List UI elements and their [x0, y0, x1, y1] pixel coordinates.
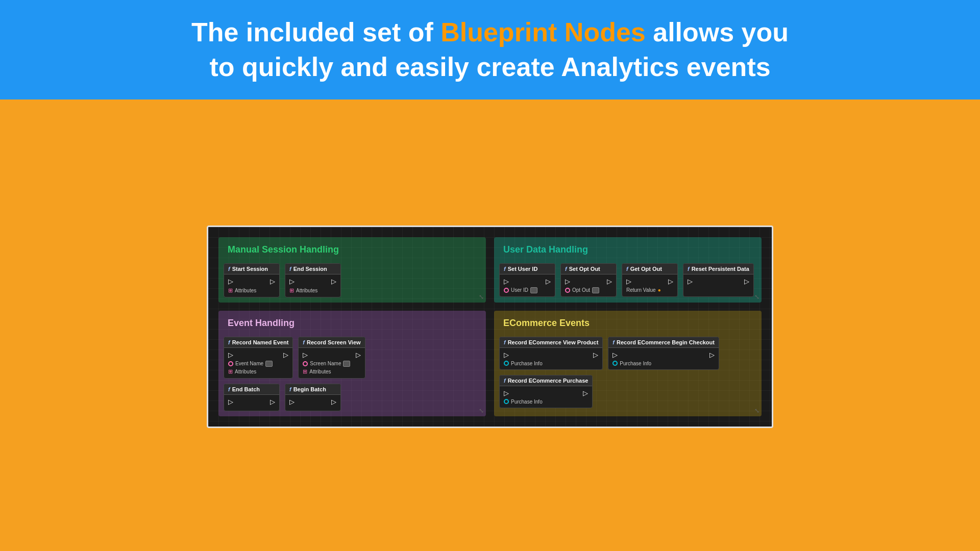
- exec-out-arrow: ▷: [270, 278, 275, 285]
- section-user-data: User Data Handling f Set User ID ▷ ▷: [494, 237, 762, 303]
- exec-pins: ▷ ▷: [504, 351, 598, 359]
- exec-out-arrow: ▷: [668, 278, 673, 285]
- canvas-wrapper: Manual Session Handling f Start Session …: [0, 99, 980, 551]
- user-id-box: [530, 287, 537, 293]
- purchase-info-field: Purchase Info: [504, 361, 598, 366]
- func-icon: f: [228, 386, 230, 392]
- exec-out-arrow: ▷: [709, 351, 715, 359]
- func-icon: f: [303, 339, 305, 345]
- opt-out-label: Opt Out: [572, 287, 590, 293]
- event-nodes-row2: f End Batch ▷ ▷ f Begin Batch: [224, 384, 481, 411]
- func-icon: f: [228, 266, 230, 272]
- ecommerce-nodes-row2: f Record ECommerce Purchase ▷ ▷ Purchase…: [499, 375, 756, 408]
- exec-out-arrow: ▷: [331, 278, 336, 285]
- func-icon: f: [289, 266, 291, 272]
- node-record-view-product-body: ▷ ▷ Purchase Info: [500, 348, 602, 369]
- node-begin-batch-header: f Begin Batch: [285, 384, 340, 395]
- user-nodes-row: f Set User ID ▷ ▷ User ID: [499, 263, 756, 297]
- section-ecommerce-title: ECommerce Events: [499, 316, 756, 331]
- node-record-screen-view-header: f Record Screen View: [299, 337, 364, 348]
- node-begin-batch: f Begin Batch ▷ ▷: [285, 384, 341, 411]
- func-icon: f: [626, 266, 628, 272]
- pin-circle-cyan: [612, 361, 618, 366]
- user-id-field: User ID: [504, 287, 551, 293]
- screen-name-label: Screen Name: [310, 361, 341, 366]
- resize-handle: ⤡: [479, 407, 484, 414]
- purchase-info-field: Purchase Info: [504, 399, 588, 405]
- purchase-info-label: Purchase Info: [511, 399, 543, 405]
- node-record-named-event: f Record Named Event ▷ ▷ Event Name: [224, 337, 293, 379]
- node-record-screen-view-body: ▷ ▷ Screen Name ⊞ Attributes: [299, 348, 364, 378]
- node-set-opt-out-header: f Set Opt Out: [561, 264, 616, 274]
- exec-in-arrow: ▷: [504, 351, 509, 359]
- func-icon: f: [688, 266, 690, 272]
- node-record-purchase-header: f Record ECommerce Purchase: [500, 375, 592, 386]
- node-set-user-id-label: Set User ID: [508, 266, 538, 272]
- node-set-user-id-header: f Set User ID: [500, 264, 555, 274]
- purchase-info-label: Purchase Info: [511, 361, 543, 366]
- exec-in-arrow: ▷: [303, 351, 308, 359]
- header-line2: to quickly and easily create Analytics e…: [209, 52, 770, 82]
- node-record-purchase-body: ▷ ▷ Purchase Info: [500, 386, 592, 408]
- blueprint-canvas: Manual Session Handling f Start Session …: [207, 226, 773, 428]
- section-event-title: Event Handling: [224, 316, 481, 331]
- exec-in-arrow: ▷: [289, 278, 295, 285]
- return-arrow: ●: [658, 287, 661, 293]
- node-end-session: f End Session ▷ ▷ ⊞ Attributes: [285, 263, 341, 297]
- pin-circle-pink: [565, 288, 570, 293]
- event-name-field: Event Name: [228, 361, 288, 367]
- node-end-batch-header: f End Batch: [224, 384, 279, 395]
- section-user-title: User Data Handling: [499, 242, 756, 257]
- node-reset-persistent-label: Reset Persistent Data: [692, 266, 749, 272]
- exec-pins: ▷ ▷: [228, 398, 275, 406]
- event-name-label: Event Name: [235, 361, 263, 366]
- exec-in-arrow: ▷: [612, 351, 618, 359]
- node-reset-persistent: f Reset Persistent Data ▷ ▷: [683, 263, 754, 297]
- header-highlight: Blueprint Nodes: [440, 17, 646, 47]
- exec-in-arrow: ▷: [228, 278, 233, 285]
- exec-out-arrow: ▷: [607, 278, 612, 285]
- node-record-purchase: f Record ECommerce Purchase ▷ ▷ Purchase…: [499, 375, 593, 408]
- node-end-session-label: End Session: [293, 266, 327, 272]
- node-start-session-body: ▷ ▷ ⊞ Attributes: [224, 274, 279, 297]
- node-reset-persistent-header: f Reset Persistent Data: [683, 264, 753, 274]
- node-record-begin-checkout-header: f Record ECommerce Begin Checkout: [608, 337, 719, 348]
- func-icon: f: [504, 339, 506, 345]
- header: The included set of Blueprint Nodes allo…: [0, 0, 980, 99]
- node-record-begin-checkout-label: Record ECommerce Begin Checkout: [617, 339, 715, 345]
- grid-icon: ⊞: [228, 368, 233, 375]
- exec-in-arrow: ▷: [504, 278, 509, 285]
- screen-name-box: [343, 361, 350, 367]
- exec-pins: ▷ ▷: [228, 278, 275, 285]
- node-get-opt-out-header: f Get Opt Out: [622, 264, 677, 274]
- return-field: Return Value ●: [626, 287, 673, 293]
- pin-circle-pink: [228, 361, 233, 366]
- node-get-opt-out: f Get Opt Out ▷ ▷ Return Value ●: [622, 263, 678, 297]
- user-id-label: User ID: [511, 287, 528, 293]
- exec-out-arrow: ▷: [331, 398, 336, 406]
- exec-out-arrow: ▷: [283, 351, 288, 359]
- exec-in-arrow: ▷: [688, 278, 693, 285]
- attr-label: Attributes: [309, 369, 331, 374]
- return-label: Return Value: [626, 287, 656, 293]
- exec-in-arrow: ▷: [228, 398, 233, 406]
- screen-name-field: Screen Name: [303, 361, 360, 367]
- node-end-batch-label: End Batch: [232, 386, 260, 392]
- attr-field: ⊞ Attributes: [228, 368, 288, 375]
- node-end-session-body: ▷ ▷ ⊞ Attributes: [285, 274, 340, 297]
- node-record-view-product-header: f Record ECommerce View Product: [500, 337, 602, 348]
- exec-out-arrow: ▷: [356, 351, 361, 359]
- exec-in-arrow: ▷: [565, 278, 570, 285]
- exec-pins: ▷ ▷: [504, 278, 551, 285]
- exec-pins: ▷ ▷: [565, 278, 612, 285]
- func-icon: f: [289, 386, 291, 392]
- section-event-handling: Event Handling f Record Named Event ▷ ▷: [218, 311, 486, 416]
- node-record-purchase-label: Record ECommerce Purchase: [508, 378, 589, 384]
- manual-nodes-row: f Start Session ▷ ▷ ⊞ Attributes: [224, 263, 481, 297]
- exec-pins: ▷ ▷: [504, 389, 588, 397]
- node-set-user-id-body: ▷ ▷ User ID: [500, 274, 555, 296]
- attr-label: Attributes: [235, 288, 256, 293]
- exec-pins: ▷ ▷: [228, 351, 288, 359]
- exec-out-arrow: ▷: [583, 389, 588, 397]
- node-get-opt-out-label: Get Opt Out: [630, 266, 662, 272]
